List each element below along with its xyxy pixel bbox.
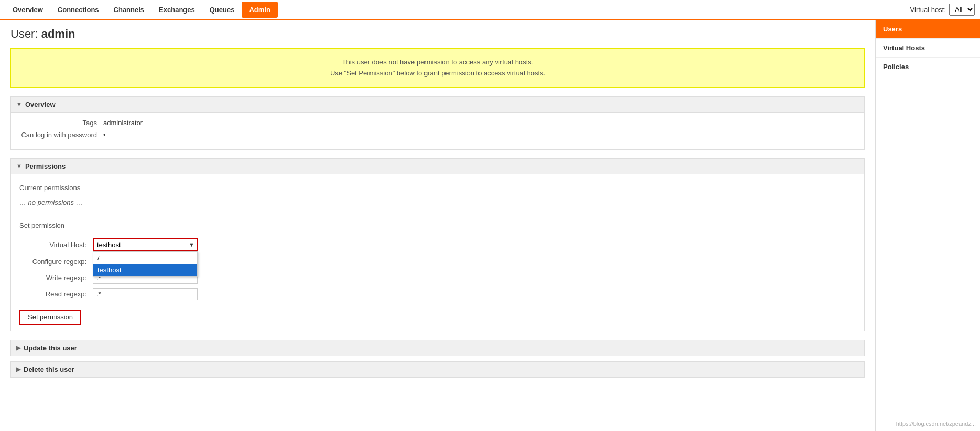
tags-row: Tags administrator <box>19 119 856 127</box>
tags-value: administrator <box>103 119 143 127</box>
top-navigation: Overview Connections Channels Exchanges … <box>0 0 980 20</box>
set-permission-button[interactable]: Set permission <box>19 310 81 325</box>
delete-user-title: Delete this user <box>24 366 74 373</box>
nav-connections[interactable]: Connections <box>50 2 106 18</box>
delete-user-section: ▶ Delete this user <box>10 361 865 378</box>
current-permissions-label: Current permissions <box>19 181 856 195</box>
overview-arrow-icon: ▼ <box>16 101 22 107</box>
nav-queues[interactable]: Queues <box>202 2 242 18</box>
configure-regexp-label: Configure regexp: <box>19 258 93 266</box>
tags-label: Tags <box>19 119 103 127</box>
warning-banner: This user does not have permission to ac… <box>10 48 865 88</box>
nav-exchanges[interactable]: Exchanges <box>151 2 202 18</box>
dropdown-option-slash[interactable]: / <box>93 252 197 264</box>
vhost-dropdown[interactable]: / testhost <box>93 238 198 251</box>
watermark: https://blog.csdn.net/zpeandz... <box>896 421 976 427</box>
read-regexp-label: Read regexp: <box>19 290 93 298</box>
overview-section-title: Overview <box>25 101 56 108</box>
nav-admin[interactable]: Admin <box>242 2 277 18</box>
update-user-header[interactable]: ▶ Update this user <box>10 340 865 356</box>
set-permission-label: Set permission <box>19 218 856 233</box>
permissions-section-content: Current permissions … no permissions … S… <box>10 174 865 331</box>
no-permissions-text: … no permissions … <box>19 195 856 209</box>
sidebar-item-policies[interactable]: Policies <box>876 58 980 76</box>
dropdown-option-testhost[interactable]: testhost <box>93 264 197 276</box>
write-regexp-label: Write regexp: <box>19 274 93 282</box>
overview-section-header[interactable]: ▼ Overview <box>10 96 865 113</box>
permissions-section-header[interactable]: ▼ Permissions <box>10 158 865 174</box>
can-log-in-label: Can log in with password <box>19 131 103 139</box>
nav-channels[interactable]: Channels <box>106 2 152 18</box>
read-regexp-row: Read regexp: <box>19 288 856 300</box>
nav-overview[interactable]: Overview <box>5 2 50 18</box>
permissions-section: ▼ Permissions Current permissions … no p… <box>10 158 865 331</box>
update-user-title: Update this user <box>24 344 77 352</box>
permissions-section-title: Permissions <box>25 162 66 170</box>
vhost-dropdown-popup: / testhost <box>93 251 198 277</box>
delete-user-header[interactable]: ▶ Delete this user <box>10 361 865 378</box>
right-sidebar: Users Virtual Hosts Policies <box>875 20 980 431</box>
virtual-host-select[interactable]: All <box>949 4 975 16</box>
vhost-select-wrapper: / testhost ▼ / testhost <box>93 238 198 251</box>
overview-section-content: Tags administrator Can log in with passw… <box>10 113 865 150</box>
set-permission-button-row: Set permission <box>19 304 856 325</box>
divider <box>19 214 856 214</box>
virtual-host-label: Virtual host: <box>910 6 946 14</box>
can-log-in-row: Can log in with password • <box>19 131 856 139</box>
virtual-host-selector: Virtual host: All <box>910 4 975 16</box>
page-title: User: admin <box>10 27 865 41</box>
virtual-host-form-label: Virtual Host: <box>19 241 93 249</box>
main-content: User: admin This user does not have perm… <box>0 20 875 431</box>
warning-line1: This user does not have permission to ac… <box>19 57 856 68</box>
overview-section: ▼ Overview Tags administrator Can log in… <box>10 96 865 150</box>
can-log-in-value: • <box>103 131 106 139</box>
permissions-arrow-icon: ▼ <box>16 163 22 169</box>
virtual-host-form-row: Virtual Host: / testhost ▼ / testhost <box>19 238 856 251</box>
warning-line2: Use "Set Permission" below to grant perm… <box>19 68 856 79</box>
sidebar-item-users[interactable]: Users <box>876 20 980 39</box>
update-arrow-icon: ▶ <box>16 345 20 351</box>
read-regexp-input[interactable] <box>93 288 198 300</box>
page-layout: User: admin This user does not have perm… <box>0 20 980 431</box>
sidebar-item-virtual-hosts[interactable]: Virtual Hosts <box>876 39 980 58</box>
update-user-section: ▶ Update this user <box>10 340 865 356</box>
delete-arrow-icon: ▶ <box>16 366 20 373</box>
